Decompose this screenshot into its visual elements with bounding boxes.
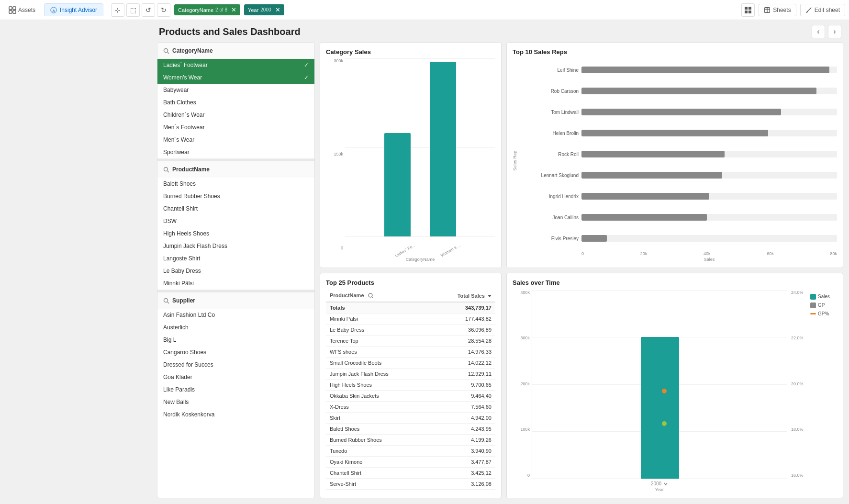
y-right-axis: 24.0% 22.0% 20.0% 18.0% 16.0% bbox=[789, 290, 806, 493]
x-axis-title-salesreps: Sales bbox=[521, 257, 837, 262]
filter-p5[interactable]: Jumpin Jack Flash Dress bbox=[157, 240, 314, 252]
insight-advisor-tab[interactable]: A Insight Advisor bbox=[44, 3, 103, 16]
filter-p2[interactable]: Chantell Shirt bbox=[157, 202, 314, 215]
bar-fill-3 bbox=[581, 130, 768, 136]
sales-reps-card: Top 10 Sales Reps Sales Rep Leif Shine bbox=[506, 42, 843, 268]
table-row: High Heels Shoes9.700,65 bbox=[326, 379, 495, 390]
filter-s2[interactable]: Big L bbox=[157, 334, 314, 346]
table-row: Burned Rubber Shoes4.199,26 bbox=[326, 434, 495, 445]
sales-time-card: Sales over Time 400k 300k 200k 100k 0 bbox=[506, 273, 843, 499]
filter-panel-main: CategoryName Ladies´ Footwear✓ Women's W… bbox=[157, 42, 315, 498]
bar-track-2 bbox=[581, 109, 837, 115]
category-search-icon bbox=[163, 48, 169, 54]
chip2-label: Year bbox=[248, 7, 258, 13]
redo-tool[interactable]: ↻ bbox=[157, 3, 170, 17]
filter-p8[interactable]: Minnki Pälsi bbox=[157, 277, 314, 290]
svg-point-49 bbox=[164, 298, 168, 302]
top25-table-container[interactable]: ProductName Total Sales Totals bbox=[326, 290, 495, 493]
filter-babywear[interactable]: Babywear bbox=[157, 84, 314, 96]
filter-p6[interactable]: Langoste Shirt bbox=[157, 252, 314, 265]
legend-sales-color bbox=[810, 294, 816, 300]
category-sales-card: Category Sales 300k 150k 0 bbox=[320, 42, 502, 268]
supplier-filter-items: Asin Fashion Ltd Co Austerlich Big L Can… bbox=[157, 309, 314, 421]
filter-s5[interactable]: Goa Kläder bbox=[157, 371, 314, 383]
topbar-right: Sheets Edit sheet bbox=[741, 3, 845, 17]
x-axis-title-time: Year bbox=[532, 487, 787, 492]
svg-line-46 bbox=[168, 52, 169, 54]
filter-mens-wear[interactable]: Men´s Wear bbox=[157, 134, 314, 146]
filter-s4[interactable]: Dressed for Succes bbox=[157, 358, 314, 371]
table-row: X-Dress7.564,60 bbox=[326, 401, 495, 412]
sheets-button[interactable]: Sheets bbox=[759, 4, 796, 16]
filter-s0[interactable]: Asin Fashion Ltd Co bbox=[157, 309, 314, 321]
filter-p7[interactable]: Le Baby Dress bbox=[157, 265, 314, 277]
product-section: ProductName Balett Shoes Burned Rubber S… bbox=[157, 161, 314, 290]
sales-reps-title: Top 10 Sales Reps bbox=[513, 48, 837, 56]
svg-point-47 bbox=[164, 167, 168, 171]
bar-fill-4 bbox=[581, 151, 725, 157]
sort-icon bbox=[488, 295, 492, 297]
table-row: WFS shoes14.976,33 bbox=[326, 346, 495, 357]
drag-handle-1[interactable] bbox=[157, 159, 314, 161]
filter-bath-clothes[interactable]: Bath Clothes bbox=[157, 96, 314, 109]
product-search-icon bbox=[163, 167, 169, 173]
bar-row-elvis: Elvis Presley bbox=[521, 235, 837, 242]
table-row: DSW2.705,60 bbox=[326, 489, 495, 492]
sales-time-legend: Sales GP GP% bbox=[808, 290, 837, 493]
category-sales-title: Category Sales bbox=[326, 48, 495, 56]
filter-s6[interactable]: Like Paradis bbox=[157, 383, 314, 396]
table-row: Minnki Pälsi177.443,82 bbox=[326, 313, 495, 324]
assets-button[interactable]: Assets bbox=[4, 3, 40, 17]
filter-childrens-wear[interactable]: Children´s Wear bbox=[157, 109, 314, 121]
filter-s1[interactable]: Austerlich bbox=[157, 321, 314, 334]
filter-ladies-footwear[interactable]: Ladies´ Footwear✓ bbox=[157, 59, 314, 71]
bar-row-lennart: Lennart Skoglund bbox=[521, 172, 837, 179]
col-totalsales: Total Sales bbox=[430, 290, 495, 302]
year-dropdown-icon[interactable] bbox=[663, 482, 668, 486]
bar-row-rob: Rob Carsson bbox=[521, 88, 837, 94]
filter-mens-footwear[interactable]: Men´s Footwear bbox=[157, 121, 314, 134]
table-row: Okkaba Skin Jackets9.464,40 bbox=[326, 390, 495, 401]
bar-track-0 bbox=[581, 67, 837, 73]
y-axis-title-sales-reps: Sales Rep bbox=[513, 59, 519, 262]
chip1-close[interactable]: ✕ bbox=[231, 6, 236, 13]
bar-track-5 bbox=[581, 172, 837, 179]
search-col-icon[interactable] bbox=[368, 292, 374, 299]
bar-ladies bbox=[384, 133, 411, 236]
chip2-sub: 2000 bbox=[260, 7, 271, 12]
filter-s3[interactable]: Cangaroo Shoes bbox=[157, 346, 314, 358]
select-tool[interactable]: ⊹ bbox=[111, 3, 124, 17]
product-filter-items: Balett Shoes Burned Rubber Shoes Chantel… bbox=[157, 178, 314, 290]
table-row: Skirt4.942,00 bbox=[326, 412, 495, 423]
prev-sheet-button[interactable]: ‹ bbox=[812, 25, 825, 38]
category-chip[interactable]: CategoryName 2 of 8 ✕ bbox=[174, 4, 240, 15]
chip2-close[interactable]: ✕ bbox=[275, 6, 280, 13]
dashboard-title: Products and Sales Dashboard bbox=[159, 26, 301, 37]
supplier-header: Supplier bbox=[157, 292, 314, 309]
filter-p0[interactable]: Balett Shoes bbox=[157, 178, 314, 190]
filter-womens-wear[interactable]: Women's Wear✓ bbox=[157, 71, 314, 84]
undo-tool[interactable]: ↺ bbox=[142, 3, 155, 17]
svg-rect-9 bbox=[748, 11, 751, 13]
grid-view-button[interactable] bbox=[741, 3, 755, 17]
table-row: Terence Top28.554,28 bbox=[326, 335, 495, 346]
gp-dot-2 bbox=[662, 421, 667, 426]
filter-p3[interactable]: DSW bbox=[157, 215, 314, 227]
category-header: CategoryName bbox=[157, 43, 314, 59]
edit-sheet-button[interactable]: Edit sheet bbox=[800, 4, 845, 16]
filter-p4[interactable]: High Heels Shoes bbox=[157, 227, 314, 240]
svg-rect-6 bbox=[745, 7, 748, 10]
x-label-ladies: Ladies´ Fo... bbox=[394, 243, 416, 258]
filter-s7[interactable]: New Balls bbox=[157, 396, 314, 408]
filter-sportwear[interactable]: Sportwear bbox=[157, 146, 314, 158]
next-sheet-button[interactable]: › bbox=[828, 25, 841, 38]
filter-s8[interactable]: Nordik Koskenkorva bbox=[157, 408, 314, 421]
year-chip[interactable]: Year 2000 ✕ bbox=[244, 4, 284, 15]
lasso-tool[interactable]: ⬚ bbox=[126, 3, 140, 17]
bar-fill-6 bbox=[581, 193, 709, 200]
bar-fill-7 bbox=[581, 214, 707, 221]
topbar: Assets A Insight Advisor ⊹ ⬚ ↺ ↻ Categor… bbox=[0, 0, 849, 20]
filter-p1[interactable]: Burned Rubber Shoes bbox=[157, 190, 314, 202]
bar-fill-0 bbox=[581, 67, 829, 73]
table-row: Le Baby Dress36.096,89 bbox=[326, 324, 495, 335]
